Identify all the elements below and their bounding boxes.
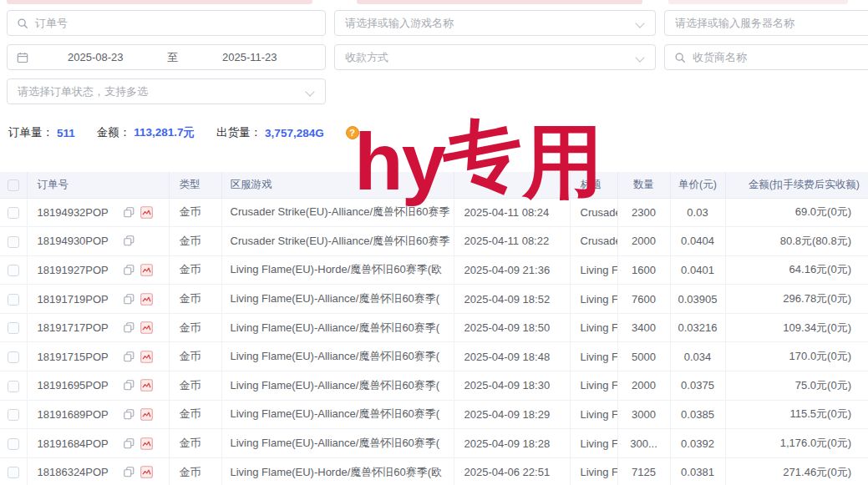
chevron-down-icon	[635, 53, 644, 62]
copy-icon[interactable]	[124, 438, 135, 449]
order-price: 0.03	[670, 198, 725, 227]
payment-method-select[interactable]: 收款方式	[334, 44, 656, 70]
order-no: 18191715POP	[38, 351, 118, 363]
amount-label: 金额：	[97, 125, 131, 140]
merchant-search-input[interactable]: 收货商名称	[664, 44, 868, 70]
date-start-value[interactable]: 2025-08-23	[35, 51, 156, 63]
table-row: 18191719POP 金币 Living Flame(EU)-Alliance…	[0, 285, 868, 314]
order-no: 18191689POP	[38, 408, 118, 421]
server-game: Living Flame(EU)-Horde/魔兽怀旧60赛季(欧	[221, 457, 454, 485]
orders-table: 订单号 类型 区服游戏 标题 数量 单价(元) 金额(扣手续费后实收额) 181…	[0, 172, 868, 485]
amount-value: 113,281.7元	[134, 125, 195, 140]
server-game: Living Flame(EU)-Alliance/魔兽怀旧60赛季(	[221, 400, 454, 429]
table-row: 18191684POP 金币 Living Flame(EU)-Alliance…	[0, 429, 868, 458]
col-header-amount: 金额(扣手续费后实收额)	[725, 172, 868, 198]
select-all-checkbox[interactable]	[8, 179, 19, 191]
order-title: Living Fla	[570, 371, 617, 401]
copy-icon[interactable]	[124, 351, 135, 362]
order-time: 2025-04-06 22:51	[454, 457, 570, 485]
image-icon[interactable]	[140, 379, 153, 392]
row-checkbox[interactable]	[8, 409, 19, 421]
search-icon	[17, 18, 28, 29]
order-price: 0.03905	[670, 285, 725, 314]
order-qty: 7125	[617, 457, 670, 485]
order-price: 0.03216	[670, 313, 725, 342]
image-icon[interactable]	[140, 206, 153, 219]
game-name-select[interactable]: 请选择或输入游戏名称	[334, 10, 656, 36]
row-checkbox[interactable]	[8, 351, 19, 363]
game-name-placeholder: 请选择或输入游戏名称	[345, 16, 454, 31]
server-game: Living Flame(EU)-Horde/魔兽怀旧60赛季(欧	[221, 255, 454, 285]
order-time: 2025-04-11 08:22	[454, 227, 570, 256]
shipment-value: 3,757,284G	[265, 127, 324, 139]
help-icon[interactable]: ?	[346, 126, 359, 139]
order-title: Crusader S	[570, 198, 617, 227]
order-time: 2025-04-09 18:52	[454, 285, 570, 314]
chevron-down-icon	[305, 87, 314, 96]
row-checkbox[interactable]	[8, 265, 19, 276]
copy-icon[interactable]	[124, 467, 135, 477]
row-checkbox[interactable]	[8, 381, 19, 392]
order-type: 金币	[169, 255, 221, 285]
date-end-value[interactable]: 2025-11-23	[190, 51, 311, 63]
order-amount: 64.16元(0元)	[725, 255, 868, 285]
order-time: 2025-04-09 18:50	[454, 313, 570, 342]
row-checkbox[interactable]	[8, 438, 19, 450]
copy-icon[interactable]	[124, 409, 135, 420]
order-amount: 1,176.0元(0元)	[725, 429, 868, 458]
row-checkbox[interactable]	[8, 467, 19, 478]
order-amount: 75.0元(0元)	[725, 371, 868, 401]
order-type: 金币	[169, 198, 221, 227]
payment-method-placeholder: 收款方式	[345, 50, 388, 65]
calendar-icon	[17, 52, 28, 63]
server-game: Crusader Strike(EU)-Alliance/魔兽怀旧60赛季	[221, 227, 454, 256]
copy-icon[interactable]	[124, 322, 135, 333]
order-no-search-input[interactable]: 订单号	[7, 10, 326, 36]
order-type: 金币	[169, 429, 221, 458]
server-name-input[interactable]: 请选择或输入服务器名称	[664, 10, 868, 36]
date-range-picker[interactable]: 2025-08-23 至 2025-11-23	[7, 44, 326, 70]
row-checkbox[interactable]	[8, 322, 19, 334]
order-time: 2025-04-09 18:48	[454, 342, 570, 371]
image-icon[interactable]	[140, 466, 153, 478]
copy-icon[interactable]	[124, 294, 135, 305]
server-game: Living Flame(EU)-Alliance/魔兽怀旧60赛季(	[221, 313, 454, 342]
order-price: 0.0404	[670, 227, 725, 256]
image-icon[interactable]	[140, 408, 153, 421]
order-amount: 69.0元(0元)	[725, 198, 868, 227]
order-qty: 7600	[617, 285, 670, 314]
order-no: 18191927POP	[38, 264, 118, 276]
order-type: 金币	[169, 285, 221, 314]
image-icon[interactable]	[140, 293, 153, 306]
date-range-separator: 至	[156, 50, 190, 65]
order-title: Living Fla	[570, 342, 617, 371]
order-amount: 109.34元(0元)	[725, 313, 868, 342]
image-icon[interactable]	[140, 437, 153, 450]
row-checkbox[interactable]	[8, 294, 19, 306]
row-checkbox[interactable]	[8, 236, 19, 248]
col-header-order-no: 订单号	[27, 172, 169, 198]
order-no: 18191719POP	[38, 293, 118, 306]
image-icon[interactable]	[140, 351, 153, 363]
server-game: Crusader Strike(EU)-Alliance/魔兽怀旧60赛季	[221, 198, 454, 227]
image-icon[interactable]	[140, 264, 153, 276]
copy-icon[interactable]	[124, 235, 135, 246]
order-title: Living Fla	[570, 285, 617, 314]
row-checkbox[interactable]	[8, 207, 19, 219]
order-status-multiselect[interactable]: 请选择订单状态，支持多选	[7, 78, 326, 104]
order-type: 金币	[169, 371, 221, 401]
table-row: 18194932POP 金币 Crusader Strike(EU)-Allia…	[0, 198, 868, 227]
order-count-value: 511	[57, 127, 75, 139]
copy-icon[interactable]	[124, 265, 135, 275]
image-icon[interactable]	[140, 321, 153, 334]
order-qty: 3400	[617, 313, 670, 342]
copy-icon[interactable]	[124, 380, 135, 391]
table-row: 18191715POP 金币 Living Flame(EU)-Alliance…	[0, 342, 868, 371]
order-no: 18191684POP	[38, 437, 118, 450]
copy-icon[interactable]	[124, 207, 135, 218]
order-qty: 5000	[617, 342, 670, 371]
order-time: 2025-04-09 18:29	[454, 400, 570, 429]
order-time: 2025-04-09 21:36	[454, 255, 570, 285]
order-price: 0.034	[670, 342, 725, 371]
shipment-label: 出货量：	[216, 125, 261, 140]
